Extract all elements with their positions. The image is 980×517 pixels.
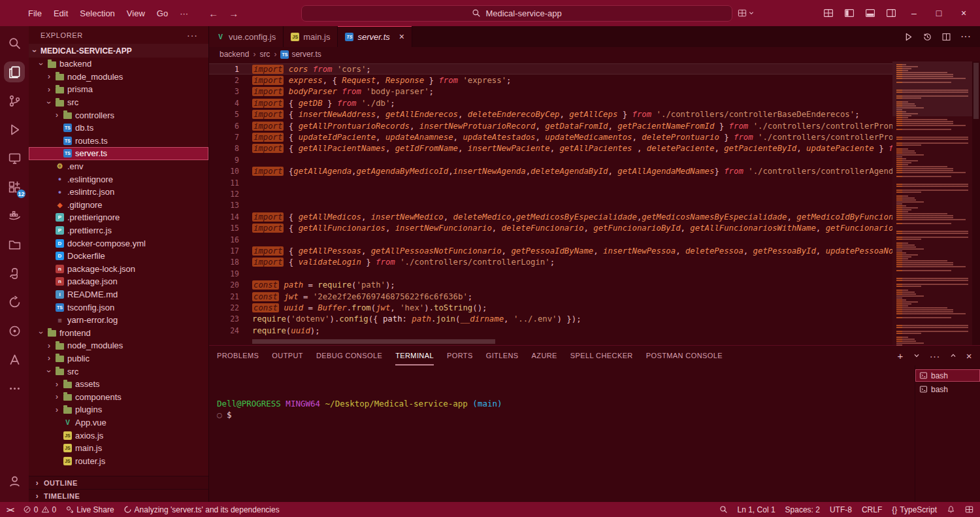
forward-button[interactable]: →: [229, 8, 238, 19]
panel-tab-spell-checker[interactable]: SPELL CHECKER: [570, 346, 633, 365]
tree-folder-node-modules[interactable]: ›node_modules: [29, 71, 208, 84]
code-line-11[interactable]: 11: [209, 177, 892, 188]
code-line-13[interactable]: 13: [209, 200, 892, 211]
terminal-instance-2[interactable]: bash: [915, 383, 980, 395]
tree-file-yarn-error-log[interactable]: ≡yarn-error.log: [29, 314, 208, 327]
code-line-18[interactable]: 18import { validateLogin } from './contr…: [209, 257, 892, 268]
code-line-20[interactable]: 20const path = require('path');: [209, 279, 892, 290]
menu-overflow-button[interactable]: ···: [174, 6, 194, 21]
customize-layout-button[interactable]: [818, 3, 839, 23]
language-mode[interactable]: {} TypeScript: [892, 505, 937, 514]
tree-root-folder[interactable]: › MEDICAL-SERVICE-APP: [29, 44, 208, 58]
tree-file-eslintrc-json[interactable]: ●.eslintrc.json: [29, 186, 208, 199]
breadcrumb-item-src[interactable]: src: [259, 50, 270, 59]
tree-folder-components[interactable]: ›components: [29, 390, 208, 403]
tree-folder-frontend[interactable]: ›frontend: [29, 326, 208, 339]
tree-file-gitignore[interactable]: ◆.gitignore: [29, 199, 208, 212]
panel-tab-gitlens[interactable]: GITLENS: [486, 346, 519, 365]
tree-file-prettierrc-js[interactable]: P.prettierrc.js: [29, 224, 208, 237]
tab-vue-config-js[interactable]: Vvue.config.js: [209, 26, 284, 47]
remote-indicator[interactable]: ><: [7, 506, 14, 514]
timeline-section[interactable]: › TIMELINE: [29, 489, 208, 502]
code-line-5[interactable]: 5import { insertNewAddress, getAllEndere…: [209, 109, 892, 120]
tree-file-server-ts[interactable]: TSserver.ts: [29, 147, 208, 160]
tree-folder-src[interactable]: ›src: [29, 96, 208, 109]
code-line-22[interactable]: 22const uuid = Buffer.from(jwt, 'hex').t…: [209, 302, 892, 313]
editor-more-actions-button[interactable]: ···: [960, 31, 971, 42]
code-line-6[interactable]: 6import { getAllProntuarioRecords, inser…: [209, 120, 892, 131]
tree-file-eslintignore[interactable]: ●.eslintignore: [29, 173, 208, 186]
menu-file[interactable]: File: [22, 6, 48, 21]
activity-accounts-button[interactable]: [0, 467, 29, 495]
tab-main-js[interactable]: JSmain.js: [284, 26, 338, 47]
command-center-search[interactable]: Medical-service-app: [301, 5, 732, 22]
activity-search-button[interactable]: [0, 29, 29, 58]
tree-file-docker-compose-yml[interactable]: Ddocker-compose.yml: [29, 237, 208, 250]
code-line-8[interactable]: 8import { getAllPacientNames, getIdFromN…: [209, 143, 892, 154]
menu-selection[interactable]: Selection: [74, 6, 120, 21]
code-line-10[interactable]: 10import {getAllAgenda,getAgendaByMedico…: [209, 166, 892, 177]
indentation-setting[interactable]: Spaces: 2: [785, 505, 820, 514]
back-button[interactable]: ←: [208, 8, 218, 19]
breadcrumb-item-backend[interactable]: backend: [220, 50, 249, 59]
outline-section[interactable]: › OUTLINE: [29, 476, 208, 489]
code-line-15[interactable]: 15import { getAllFuncionarios, insertNew…: [209, 222, 892, 233]
tree-folder-prisma[interactable]: ›prisma: [29, 83, 208, 96]
activity-testing-button[interactable]: [0, 316, 29, 345]
code-line-4[interactable]: 4import { getDB } from './db';: [209, 97, 892, 108]
code-editor[interactable]: 1import cors from 'cors';2import express…: [209, 61, 980, 345]
panel-tab-postman-console[interactable]: POSTMAN CONSOLE: [646, 346, 723, 365]
minimap-viewport[interactable]: [892, 61, 972, 116]
tree-file-tsconfig-json[interactable]: TStsconfig.json: [29, 301, 208, 314]
menu-edit[interactable]: Edit: [48, 6, 74, 21]
panel-tab-debug-console[interactable]: DEBUG CONSOLE: [316, 346, 382, 365]
terminal-dropdown-button[interactable]: [912, 351, 921, 360]
panel-tab-azure[interactable]: AZURE: [532, 346, 557, 365]
tree-file-app-vue[interactable]: VApp.vue: [29, 416, 208, 429]
terminal-output[interactable]: Dell@PROGRESS MINGW64 ~/Desktop/Medical-…: [209, 365, 915, 502]
toggle-panel-button[interactable]: [860, 3, 881, 23]
encoding-setting[interactable]: UTF-8: [830, 505, 852, 514]
toggle-secondary-sidebar-button[interactable]: [881, 3, 902, 23]
tree-folder-assets[interactable]: ›assets: [29, 378, 208, 391]
code-line-19[interactable]: 19: [209, 268, 892, 279]
activity-extensions-button[interactable]: 12: [0, 173, 29, 201]
activity-project-manager-button[interactable]: [0, 230, 29, 259]
panel-more-actions-button[interactable]: ···: [930, 350, 940, 361]
code-line-21[interactable]: 21const jwt = '2e2e2f2e6769746875622f6c6…: [209, 291, 892, 302]
sidebar-more-actions-button[interactable]: ···: [187, 30, 198, 41]
tree-file-prettierignore[interactable]: P.prettierignore: [29, 211, 208, 224]
cursor-position[interactable]: Ln 1, Col 1: [738, 505, 776, 514]
panel-tab-ports[interactable]: PORTS: [447, 346, 473, 365]
code-line-24[interactable]: 24require(uuid);: [209, 325, 892, 336]
tree-file-dockerfile[interactable]: DDockerfile: [29, 250, 208, 263]
scrollbar-thumb[interactable]: [973, 63, 979, 119]
close-icon[interactable]: ×: [399, 31, 404, 42]
minimize-button[interactable]: –: [902, 0, 926, 26]
maximize-button[interactable]: □: [926, 0, 951, 26]
tree-file-db-ts[interactable]: TSdb.ts: [29, 122, 208, 135]
code-line-9[interactable]: 9: [209, 154, 892, 165]
activity-explorer-button[interactable]: [0, 58, 29, 86]
tree-file-axios-js[interactable]: JSaxios.js: [29, 429, 208, 442]
code-line-17[interactable]: 17import { getAllPessoas, getAllPessoasN…: [209, 245, 892, 256]
minimap[interactable]: [892, 61, 972, 345]
tree-file-router-js[interactable]: JSrouter.js: [29, 454, 208, 467]
terminal-input-line[interactable]: ○ $: [217, 409, 915, 420]
run-file-button[interactable]: [904, 32, 913, 42]
code-line-2[interactable]: 2import express, { Request, Response } f…: [209, 75, 892, 86]
activity-source-control-button[interactable]: [0, 86, 29, 115]
activity-remote-explorer-button[interactable]: [0, 144, 29, 173]
activity-sync-button[interactable]: [0, 288, 29, 316]
code-line-3[interactable]: 3import bodyParser from 'body-parser';: [209, 86, 892, 97]
activity-python-button[interactable]: [0, 259, 29, 288]
new-window-button[interactable]: [738, 8, 755, 18]
activity-additional-views-button[interactable]: [0, 374, 29, 403]
close-button[interactable]: ×: [951, 0, 976, 26]
tree-file-package-lock-json[interactable]: npackage-lock.json: [29, 263, 208, 276]
tree-folder-public[interactable]: ›public: [29, 352, 208, 365]
tree-folder-backend[interactable]: ›backend: [29, 58, 208, 71]
live-share-button[interactable]: Live Share: [65, 505, 114, 514]
timeline-history-button[interactable]: [923, 32, 932, 42]
new-terminal-button[interactable]: +: [897, 350, 903, 361]
